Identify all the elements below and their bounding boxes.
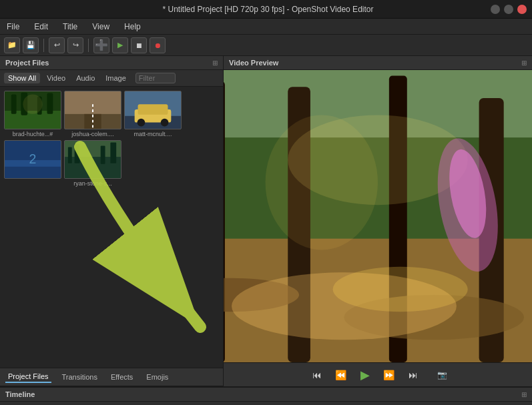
open-button[interactable]: 📁 [4, 37, 20, 53]
filter-input[interactable] [136, 73, 176, 83]
media-item-road[interactable]: joshua-colem.... [64, 91, 121, 137]
bottom-left-tabs: Project Files Transitions Effects Emojis [0, 368, 223, 386]
toolbar: 📁 💾 ↩ ↪ ➕ ▶ ⏹ ⏺ [0, 35, 532, 56]
tab-video[interactable]: Video [43, 73, 69, 83]
video-controls: ⏮ ⏪ ▶ ⏩ ⏭ 📷 [224, 362, 532, 386]
record-button[interactable]: ⏺ [150, 37, 166, 53]
project-files-title: Project Files [5, 59, 49, 67]
skip-end-button[interactable]: ⏭ [405, 367, 421, 383]
project-files-header: Project Files ⊞ [0, 56, 223, 70]
tab-transitions[interactable]: Transitions [59, 372, 100, 382]
media-label-brad: brad-huchte...# [4, 131, 61, 137]
snapshot-button[interactable]: 📷 [437, 370, 447, 380]
add-button[interactable]: ➕ [93, 37, 109, 53]
tab-project-files[interactable]: Project Files [5, 371, 51, 383]
rewind-all-button[interactable]: ⏮ [309, 367, 325, 383]
project-files-icon: ⊞ [212, 59, 218, 67]
timeline-title: Timeline [5, 390, 35, 398]
media-item-stone[interactable]: ryan-stone-s... [64, 140, 121, 187]
rewind-button[interactable]: ⏪ [333, 367, 349, 383]
main-content: Project Files ⊞ Show All Video Audio Ima… [0, 56, 532, 386]
svg-point-37 [266, 115, 378, 250]
play-button[interactable]: ▶ [112, 37, 128, 53]
svg-rect-23 [75, 144, 80, 163]
undo-button[interactable]: ↩ [49, 37, 65, 53]
stop-button[interactable]: ⏹ [131, 37, 147, 53]
tab-image[interactable]: Image [101, 73, 130, 83]
menu-bar: File Edit Title View Help [0, 19, 532, 35]
svg-rect-14 [138, 104, 168, 115]
menu-file[interactable]: File [4, 21, 22, 33]
redo-button[interactable]: ↪ [67, 37, 83, 53]
toolbar-separator [43, 39, 44, 52]
video-preview-header: Video Preview ⊞ [224, 56, 532, 70]
video-preview-area [224, 70, 532, 362]
save-button[interactable]: 💾 [23, 37, 39, 53]
media-item-blue[interactable]: 2 [4, 140, 61, 187]
tab-emojis[interactable]: Emojis [144, 372, 171, 382]
svg-rect-25 [110, 143, 116, 163]
svg-rect-30 [224, 81, 225, 362]
media-item-car[interactable]: matt-mcnult.... [124, 91, 182, 137]
close-button[interactable] [517, 5, 527, 14]
menu-title[interactable]: Title [60, 21, 80, 33]
media-label-stone: ryan-stone-s... [64, 180, 121, 187]
svg-point-43 [333, 267, 468, 312]
svg-rect-5 [47, 93, 53, 114]
timeline-header: Timeline ⊞ [0, 388, 532, 402]
fast-forward-button[interactable]: ⏩ [381, 367, 397, 383]
minimize-button[interactable] [491, 5, 500, 14]
svg-point-16 [161, 119, 169, 127]
svg-rect-24 [101, 145, 105, 163]
tab-audio[interactable]: Audio [72, 73, 99, 83]
tab-effects[interactable]: Effects [108, 372, 136, 382]
media-label-road: joshua-colem.... [64, 131, 121, 137]
menu-help[interactable]: Help [121, 21, 144, 33]
left-panel: Project Files ⊞ Show All Video Audio Ima… [0, 56, 224, 386]
right-panel: Video Preview ⊞ [224, 56, 532, 386]
video-preview-title: Video Preview [229, 59, 278, 67]
svg-rect-22 [68, 147, 72, 163]
menu-edit[interactable]: Edit [31, 21, 51, 33]
timeline-toolbar: ➕ ↩ ✂ ◀| |▶ ↔ ⊕ 🔒 [0, 402, 532, 405]
menu-view[interactable]: View [89, 21, 112, 33]
media-item-brad[interactable]: brad-huchte...# [4, 91, 61, 137]
preview-icon: ⊞ [521, 59, 527, 67]
project-files-grid: brad-huchte...# joshua-colem.... [0, 87, 223, 368]
media-label-car: matt-mcnult.... [124, 131, 182, 137]
timeline-section: Timeline ⊞ ➕ ↩ ✂ ◀| |▶ ↔ ⊕ 🔒 00:00:08.22… [0, 386, 532, 405]
timeline-icon: ⊞ [521, 391, 527, 398]
toolbar-separator-2 [88, 39, 89, 52]
svg-point-6 [23, 95, 42, 114]
preview-svg [224, 70, 532, 362]
svg-text:2: 2 [29, 151, 37, 166]
project-files-tabs: Show All Video Audio Image [0, 70, 223, 87]
window-title: * Untitled Project [HD 720p 30 fps] - Op… [45, 5, 491, 14]
maximize-button[interactable] [504, 5, 513, 14]
title-bar: * Untitled Project [HD 720p 30 fps] - Op… [0, 0, 532, 19]
svg-rect-2 [11, 95, 17, 114]
tab-show-all[interactable]: Show All [4, 73, 40, 83]
svg-point-15 [138, 119, 146, 127]
play-pause-button[interactable]: ▶ [357, 367, 373, 383]
